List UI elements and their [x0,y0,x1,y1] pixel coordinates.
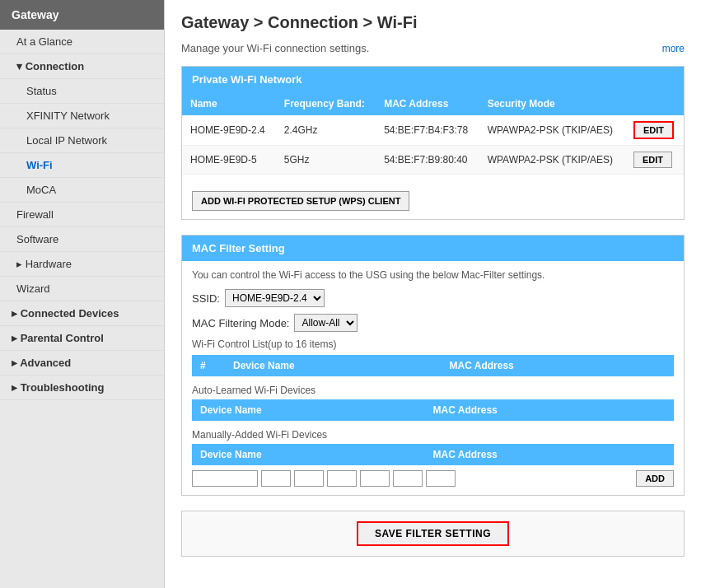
wifi-table: Name Frequency Band: MAC Address Securit… [182,92,684,175]
auto-learned-label: Auto-Learned Wi-Fi Devices [192,385,674,396]
mac-octet-1[interactable] [261,470,291,487]
mac-filter-header: MAC Filter Setting [182,236,684,261]
col-security: Security Mode [479,92,625,115]
mac-octet-2[interactable] [294,470,324,487]
wifi-freq-2: 5GHz [276,146,376,175]
control-col-num: # [200,360,233,371]
wifi-security-1: WPAWPA2-PSK (TKIP/AES) [479,115,625,146]
auto-col-mac: MAC Address [433,404,666,416]
col-frequency: Frequency Band: [276,92,376,115]
auto-learned-header: Device Name MAC Address [192,399,674,421]
mac-octet-3[interactable] [327,470,357,487]
ssid-label: SSID: [192,292,220,305]
sidebar-item-status[interactable]: Status [0,79,164,104]
sidebar-item-wizard[interactable]: Wizard [0,277,164,301]
sidebar-item-software[interactable]: Software [0,227,164,252]
sidebar-item-wifi[interactable]: Wi-Fi [0,153,164,178]
manually-added-header: Device Name MAC Address [192,444,674,465]
mac-octet-4[interactable] [360,470,390,487]
description-bar: Manage your Wi-Fi connection settings. m… [181,42,685,54]
save-filter-button[interactable]: SAVE FILTER SETTING [357,521,509,546]
description-text: Manage your Wi-Fi connection settings. [181,42,369,54]
device-name-input[interactable] [192,470,258,487]
wifi-edit-cell-2: EDIT [625,146,684,175]
sidebar-item-firewall[interactable]: Firewall [0,203,164,227]
ssid-select[interactable]: HOME-9E9D-2.4 HOME-9E9D-5 [225,289,325,307]
mac-mode-select[interactable]: Allow-All Allow Deny [294,314,358,332]
control-col-device: Device Name [233,360,450,371]
sidebar-item-connection[interactable]: ▾ Connection [0,54,164,79]
mac-filter-section: MAC Filter Setting You can control the W… [181,235,685,496]
manually-added-label: Manually-Added Wi-Fi Devices [192,429,674,441]
wifi-security-2: WPAWPA2-PSK (TKIP/AES) [479,146,625,175]
edit-button-1[interactable]: EDIT [633,121,674,139]
manually-col-mac: MAC Address [433,449,666,460]
mac-octet-5[interactable] [393,470,423,487]
mac-filter-body: You can control the Wi-Fi access to the … [182,261,684,495]
mac-octet-6[interactable] [426,470,456,487]
sidebar-item-at-a-glance[interactable]: At a Glance [0,30,164,54]
mac-filter-description: You can control the Wi-Fi access to the … [192,269,674,281]
wifi-table-header-row: Name Frequency Band: MAC Address Securit… [182,92,684,115]
col-name: Name [182,92,276,115]
more-link[interactable]: more [662,43,685,54]
manually-col-device: Device Name [200,449,433,460]
sidebar-parental-control[interactable]: Parental Control [0,326,164,351]
wifi-edit-cell-1: EDIT [625,115,684,146]
edit-button-2[interactable]: EDIT [633,152,672,168]
sidebar-troubleshooting[interactable]: Troubleshooting [0,376,164,400]
wifi-name-2: HOME-9E9D-5 [182,146,276,175]
mac-filtering-mode-row: MAC Filtering Mode: Allow-All Allow Deny [192,314,674,332]
wifi-name-1: HOME-9E9D-2.4 [182,115,276,146]
wifi-mac-2: 54:BE:F7:B9:80:40 [376,146,479,175]
control-list-label: Wi-Fi Control List(up to 16 items) [192,338,674,350]
auto-col-device: Device Name [200,404,433,416]
sidebar-gateway-header[interactable]: Gateway [0,0,164,30]
page-title: Gateway > Connection > Wi-Fi [181,13,685,32]
mac-mode-label: MAC Filtering Mode: [192,317,289,329]
control-list-header: # Device Name MAC Address [192,355,674,376]
add-wps-button[interactable]: ADD WI-FI PROTECTED SETUP (WPS) CLIENT [192,191,409,211]
main-content: Gateway > Connection > Wi-Fi Manage your… [165,0,701,588]
sidebar-item-hardware[interactable]: ▸ Hardware [0,252,164,277]
save-filter-container: SAVE FILTER SETTING [181,511,685,557]
sidebar: Gateway At a Glance ▾ Connection Status … [0,0,165,588]
wifi-freq-1: 2.4GHz [276,115,376,146]
sidebar-item-xfinity-network[interactable]: XFINITY Network [0,104,164,128]
table-row: HOME-9E9D-2.4 2.4GHz 54:BE:F7:B4:F3:78 W… [182,115,684,146]
sidebar-item-moca[interactable]: MoCA [0,178,164,203]
table-row: HOME-9E9D-5 5GHz 54:BE:F7:B9:80:40 WPAWP… [182,146,684,175]
control-col-mac: MAC Address [450,360,666,371]
private-wifi-section: Private Wi-Fi Network Name Frequency Ban… [181,66,685,220]
ssid-row: SSID: HOME-9E9D-2.4 HOME-9E9D-5 [192,289,674,307]
sidebar-advanced[interactable]: Advanced [0,351,164,376]
add-mac-button[interactable]: ADD [636,470,674,487]
private-wifi-header: Private Wi-Fi Network [182,67,684,92]
wifi-mac-1: 54:BE:F7:B4:F3:78 [376,115,479,146]
sidebar-connected-devices[interactable]: Connected Devices [0,301,164,326]
col-action [625,92,684,115]
mac-input-row: ADD [192,470,674,487]
col-mac: MAC Address [376,92,479,115]
sidebar-item-local-ip-network[interactable]: Local IP Network [0,128,164,153]
